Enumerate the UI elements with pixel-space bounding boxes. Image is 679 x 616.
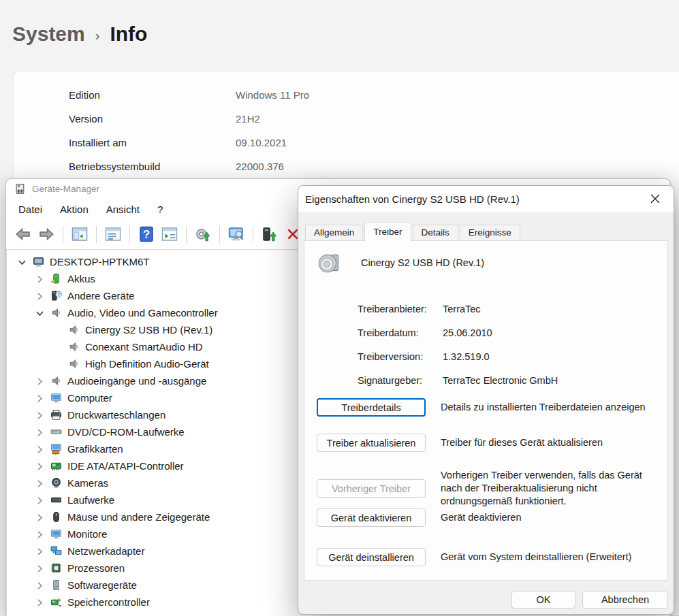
tree-item-label: Druckwarteschlangen (67, 409, 165, 421)
chevron-spacer (52, 342, 63, 353)
close-icon[interactable] (645, 190, 665, 208)
spec-value: 21H2 (236, 113, 260, 125)
scan-hardware-icon[interactable] (227, 225, 245, 243)
chevron-right-icon[interactable] (34, 495, 45, 506)
treiber-aktualisieren-button[interactable]: Treiber aktualisieren (317, 434, 426, 452)
spec-row: Installiert am09.10.2021 (14, 131, 679, 155)
drive-icon (50, 494, 62, 506)
tree-item-label: Monitore (67, 528, 107, 540)
action-description: Vorherigen Treiber verwenden, falls das … (441, 469, 660, 508)
chevron-right-icon[interactable] (34, 427, 45, 438)
spec-value: Windows 11 Pro (236, 89, 309, 101)
field-value: TerraTec Electronic GmbH (443, 375, 558, 386)
chevron-right-icon[interactable] (34, 478, 45, 489)
gerät-deaktivieren-button[interactable]: Gerät deaktivieren (317, 508, 426, 527)
chevron-right-icon[interactable] (34, 597, 45, 608)
toolbar-separator (96, 226, 97, 243)
printer-icon (50, 409, 62, 421)
tree-item-label: Speichercontroller (67, 596, 150, 608)
tab-treiber[interactable]: Treiber (364, 222, 411, 241)
treiberdetails-button[interactable]: Treiberdetails (317, 398, 426, 417)
chevron-spacer (52, 325, 63, 336)
driver-fields: Treiberanbieter:TerraTecTreiberdatum:25.… (304, 297, 667, 392)
software-device-icon (50, 579, 62, 591)
spec-label: Edition (69, 89, 236, 101)
chevron-right-icon[interactable] (34, 393, 45, 404)
chevron-right-icon[interactable] (34, 546, 45, 557)
driver-field-row: Treiberversion:1.32.519.0 (304, 344, 667, 368)
back-icon[interactable] (14, 225, 32, 243)
speaker-icon (50, 307, 62, 319)
tree-item-label: High Definition Audio-Gerät (85, 358, 209, 370)
properties-dialog: Eigenschaften von Cinergy S2 USB HD (Rev… (298, 185, 674, 615)
tab-details[interactable]: Details (413, 225, 458, 240)
ok-button[interactable]: OK (511, 591, 575, 609)
network-adapter-icon (50, 545, 62, 557)
field-value: 1.32.519.0 (443, 351, 490, 362)
menu-ansicht[interactable]: Ansicht (97, 201, 148, 218)
speaker-large-icon (316, 250, 342, 276)
tree-item-label: Laufwerke (67, 494, 114, 506)
tab-allgemein[interactable]: Allgemein (305, 225, 363, 240)
field-label: Signaturgeber: (358, 375, 443, 386)
computer-icon (33, 256, 44, 268)
tab-ereignisse[interactable]: Ereignisse (460, 225, 520, 240)
tree-item-label: IDE ATA/ATAPI-Controller (67, 460, 184, 472)
tree-item-label: Computer (67, 392, 112, 404)
update-driver-icon[interactable] (194, 225, 212, 243)
forward-icon[interactable] (37, 225, 55, 243)
properties-icon[interactable] (104, 225, 122, 243)
spec-value: 22000.376 (236, 161, 284, 172)
tree-item-label: Prozessoren (67, 562, 125, 574)
field-label: Treiberanbieter: (358, 304, 443, 314)
chevron-right-icon[interactable] (34, 529, 45, 540)
battery-icon (50, 273, 62, 285)
spec-row: Betriebssystembuild22000.376 (14, 155, 679, 178)
driver-field-row: Treiberdatum:25.06.2010 (304, 321, 667, 344)
chevron-right-icon[interactable] (34, 444, 45, 455)
breadcrumb: System › Info (12, 22, 147, 46)
driver-field-row: Signaturgeber:TerraTec Electronic GmbH (304, 368, 667, 392)
menu-aktion[interactable]: Aktion (51, 201, 97, 218)
chevron-right-icon: › (95, 28, 100, 44)
storage-controller-icon (50, 596, 62, 608)
menu-datei[interactable]: Datei (10, 201, 51, 218)
display-adapter-icon (50, 443, 62, 455)
spec-label: Installiert am (69, 137, 236, 148)
action-pane-icon[interactable] (161, 225, 178, 243)
action-description: Gerät vom System deinstallieren (Erweite… (441, 551, 660, 564)
tree-item-label: Netzwerkadapter (67, 545, 144, 557)
chevron-right-icon[interactable] (34, 512, 45, 523)
chevron-right-icon[interactable] (34, 376, 45, 387)
spec-label: Betriebssystembuild (69, 161, 236, 172)
field-label: Treiberversion: (358, 351, 443, 362)
chevron-spacer (52, 359, 63, 370)
console-tree-icon[interactable] (71, 225, 89, 243)
chevron-right-icon[interactable] (34, 563, 45, 574)
device-up-icon[interactable] (261, 225, 279, 243)
driver-action-row: TreiberdetailsDetails zu installierten T… (304, 398, 667, 417)
page-title: Info (110, 22, 147, 46)
cancel-button[interactable]: Abbrechen (582, 591, 668, 609)
menu-?[interactable]: ? (148, 201, 172, 218)
help-icon[interactable]: ? (138, 225, 155, 243)
monitor-icon (50, 528, 62, 540)
driver-field-row: Treiberanbieter:TerraTec (304, 297, 667, 321)
breadcrumb-parent[interactable]: System (12, 22, 85, 46)
spec-value: 09.10.2021 (236, 137, 287, 148)
dialog-title: Eigenschaften von Cinergy S2 USB HD (Rev… (305, 193, 520, 205)
tree-item-label: Audioeingänge und -ausgänge (67, 375, 206, 387)
chevron-down-icon[interactable] (34, 308, 45, 319)
speaker-icon (68, 324, 80, 336)
field-value: TerraTec (443, 304, 481, 314)
gerät-deinstallieren-button[interactable]: Gerät deinstallieren (317, 548, 426, 566)
ide-controller-icon (50, 460, 62, 472)
action-description: Gerät deaktivieren (441, 511, 660, 524)
chevron-right-icon[interactable] (34, 461, 45, 472)
vorheriger-treiber-button: Vorheriger Treiber (317, 479, 426, 498)
chevron-right-icon[interactable] (34, 580, 45, 591)
chevron-down-icon[interactable] (16, 257, 27, 268)
chevron-right-icon[interactable] (34, 274, 45, 285)
chevron-right-icon[interactable] (34, 410, 45, 421)
chevron-right-icon[interactable] (34, 291, 45, 302)
